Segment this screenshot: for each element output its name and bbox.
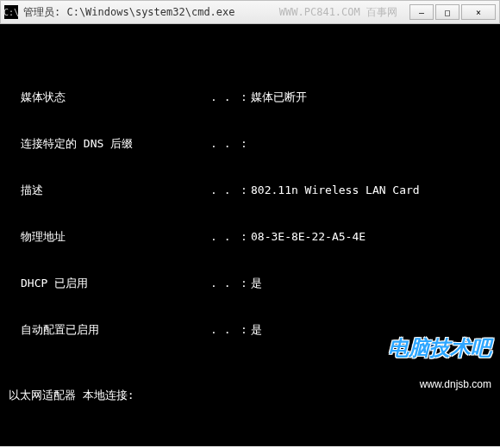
watermark-logo: 电脑技术吧 www.dnjsb.com: [365, 317, 491, 431]
window-title: 管理员: C:\Windows\system32\cmd.exe: [23, 5, 274, 20]
cmd-icon: C:\: [4, 5, 18, 19]
mac-label: 物理地址: [21, 229, 210, 245]
dns-suffix-label: 连接特定的 DNS 后缀: [21, 136, 210, 152]
terminal-output: 媒体状态. .:媒体已断开 连接特定的 DNS 后缀. .: 描述. .:802…: [0, 24, 500, 446]
media-state-value: 媒体已断开: [251, 90, 495, 105]
desc-label: 描述: [21, 183, 210, 198]
window-titlebar: C:\ 管理员: C:\Windows\system32\cmd.exe WWW…: [0, 0, 500, 24]
watermark-top: WWW.PC841.COM 百事网: [279, 5, 397, 20]
wlan-mac-value: 08-3E-8E-22-A5-4E: [251, 229, 495, 245]
autoconf-label: 自动配置已启用: [21, 322, 210, 338]
window-controls: — □ ×: [409, 4, 496, 20]
maximize-button[interactable]: □: [435, 4, 459, 20]
minimize-button[interactable]: —: [409, 4, 434, 20]
wlan-desc-value: 802.11n Wireless LAN Card: [251, 183, 495, 198]
watermark-url: www.dnjsb.com: [365, 379, 491, 389]
close-button[interactable]: ×: [461, 4, 496, 20]
media-state-label: 媒体状态: [21, 90, 210, 105]
dhcp-label: DHCP 已启用: [21, 276, 210, 291]
